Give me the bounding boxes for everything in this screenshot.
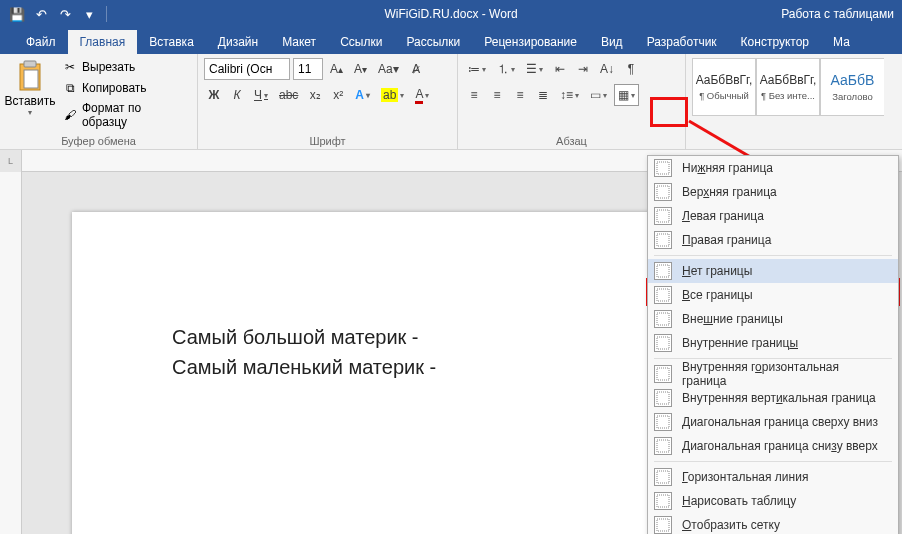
border-menu-label: Верхняя граница (682, 185, 777, 199)
svg-rect-8 (657, 289, 669, 301)
border-menu-label: Нижняя граница (682, 161, 773, 175)
border-menu-label: Нет границы (682, 264, 752, 278)
border-menu-label: Все границы (682, 288, 753, 302)
tab-mailings[interactable]: Рассылки (394, 30, 472, 54)
border-menu-item-17[interactable]: Отобразить сетку (648, 513, 898, 534)
paste-label: Вставить (5, 94, 56, 108)
style-normal[interactable]: АаБбВвГг, ¶ Обычный (692, 58, 756, 116)
tab-references[interactable]: Ссылки (328, 30, 394, 54)
border-menu-item-5[interactable]: Нет границы (648, 259, 898, 283)
style-no-spacing[interactable]: АаБбВвГг, ¶ Без инте... (756, 58, 820, 116)
grow-font-button[interactable]: A▴ (326, 58, 347, 80)
strikethrough-button[interactable]: abc (275, 84, 302, 106)
border-menu-item-16[interactable]: Нарисовать таблицу (648, 489, 898, 513)
text-effects-button[interactable]: A (351, 84, 374, 106)
tab-review[interactable]: Рецензирование (472, 30, 589, 54)
border-menu-label: Левая граница (682, 209, 764, 223)
border-icon (654, 262, 672, 280)
show-marks-button[interactable]: ¶ (621, 58, 641, 80)
border-menu-item-12[interactable]: Диагональная граница сверху вниз (648, 410, 898, 434)
group-label-clipboard: Буфер обмена (6, 133, 191, 147)
copy-button[interactable]: ⧉Копировать (60, 79, 191, 97)
menu-separator (654, 358, 892, 359)
border-icon (654, 207, 672, 225)
border-menu-item-7[interactable]: Внешние границы (648, 307, 898, 331)
superscript-button[interactable]: x² (328, 84, 348, 106)
border-menu-item-8[interactable]: Внутренние границы (648, 331, 898, 355)
shrink-font-button[interactable]: A▾ (350, 58, 371, 80)
page[interactable]: Самый большой материк - Самый маленький … (72, 212, 712, 534)
align-left-button[interactable]: ≡ (464, 84, 484, 106)
svg-rect-16 (657, 495, 669, 507)
bold-button[interactable]: Ж (204, 84, 224, 106)
justify-button[interactable]: ≣ (533, 84, 553, 106)
tab-developer[interactable]: Разработчик (635, 30, 729, 54)
borders-button[interactable]: ▦ (614, 84, 639, 106)
svg-rect-4 (657, 186, 669, 198)
tab-design[interactable]: Дизайн (206, 30, 270, 54)
redo-button[interactable]: ↷ (54, 3, 76, 25)
border-icon (654, 516, 672, 534)
style-heading1[interactable]: АаБбВ Заголово (820, 58, 884, 116)
italic-button[interactable]: К (227, 84, 247, 106)
font-name-combo[interactable] (204, 58, 290, 80)
document-text-line2[interactable]: Самый маленький материк - (172, 352, 612, 382)
border-icon (654, 334, 672, 352)
border-menu-item-6[interactable]: Все границы (648, 283, 898, 307)
svg-rect-14 (657, 440, 669, 452)
clear-formatting-button[interactable]: A̷ (406, 58, 426, 80)
tab-cut[interactable]: Ма (821, 30, 862, 54)
font-size-combo[interactable] (293, 58, 323, 80)
shading-button[interactable]: ▭ (586, 84, 611, 106)
cut-button[interactable]: ✂Вырезать (60, 58, 191, 76)
underline-button[interactable]: Ч (250, 84, 272, 106)
border-menu-item-0[interactable]: Нижняя граница (648, 156, 898, 180)
decrease-indent-button[interactable]: ⇤ (550, 58, 570, 80)
format-painter-button[interactable]: 🖌Формат по образцу (60, 100, 191, 130)
font-color-button[interactable]: A (411, 84, 433, 106)
tab-table-design[interactable]: Конструктор (729, 30, 821, 54)
bullets-button[interactable]: ≔ (464, 58, 490, 80)
svg-rect-12 (657, 392, 669, 404)
multilevel-list-button[interactable]: ☰ (522, 58, 547, 80)
document-text-line1[interactable]: Самый большой материк - (172, 322, 612, 352)
tab-file[interactable]: Файл (14, 30, 68, 54)
group-font: A▴ A▾ Aa▾ A̷ Ж К Ч abc x₂ x² A ab A Ш (198, 54, 458, 149)
group-label-paragraph: Абзац (464, 133, 679, 147)
border-menu-label: Горизонтальная линия (682, 470, 808, 484)
border-menu-item-11[interactable]: Внутренняя вертикальная граница (648, 386, 898, 410)
paste-button[interactable]: Вставить ▾ (6, 58, 54, 117)
border-menu-item-13[interactable]: Диагональная граница снизу вверх (648, 434, 898, 458)
align-right-button[interactable]: ≡ (510, 84, 530, 106)
sort-button[interactable]: A↓ (596, 58, 618, 80)
align-center-button[interactable]: ≡ (487, 84, 507, 106)
save-button[interactable]: 💾 (6, 3, 28, 25)
title-bar: 💾 ↶ ↷ ▾ WiFiGiD.RU.docx - Word Работа с … (0, 0, 902, 28)
menu-separator (654, 461, 892, 462)
customize-qat-button[interactable]: ▾ (78, 3, 100, 25)
tab-insert[interactable]: Вставка (137, 30, 206, 54)
border-menu-label: Правая граница (682, 233, 771, 247)
svg-rect-9 (657, 313, 669, 325)
tab-layout[interactable]: Макет (270, 30, 328, 54)
vertical-ruler[interactable] (0, 172, 22, 534)
increase-indent-button[interactable]: ⇥ (573, 58, 593, 80)
change-case-button[interactable]: Aa▾ (374, 58, 403, 80)
border-icon (654, 492, 672, 510)
numbering-button[interactable]: ⒈ (493, 58, 519, 80)
border-menu-label: Внешние границы (682, 312, 783, 326)
subscript-button[interactable]: x₂ (305, 84, 325, 106)
highlight-button[interactable]: ab (377, 84, 408, 106)
scissors-icon: ✂ (62, 59, 78, 75)
border-menu-item-10[interactable]: Внутренняя горизонтальная граница (648, 362, 898, 386)
border-icon (654, 310, 672, 328)
border-menu-item-2[interactable]: Левая граница (648, 204, 898, 228)
line-spacing-button[interactable]: ↕≡ (556, 84, 583, 106)
svg-rect-6 (657, 234, 669, 246)
border-menu-item-1[interactable]: Верхняя граница (648, 180, 898, 204)
border-menu-item-3[interactable]: Правая граница (648, 228, 898, 252)
tab-home[interactable]: Главная (68, 30, 138, 54)
undo-button[interactable]: ↶ (30, 3, 52, 25)
border-menu-item-15[interactable]: Горизонтальная линия (648, 465, 898, 489)
tab-view[interactable]: Вид (589, 30, 635, 54)
